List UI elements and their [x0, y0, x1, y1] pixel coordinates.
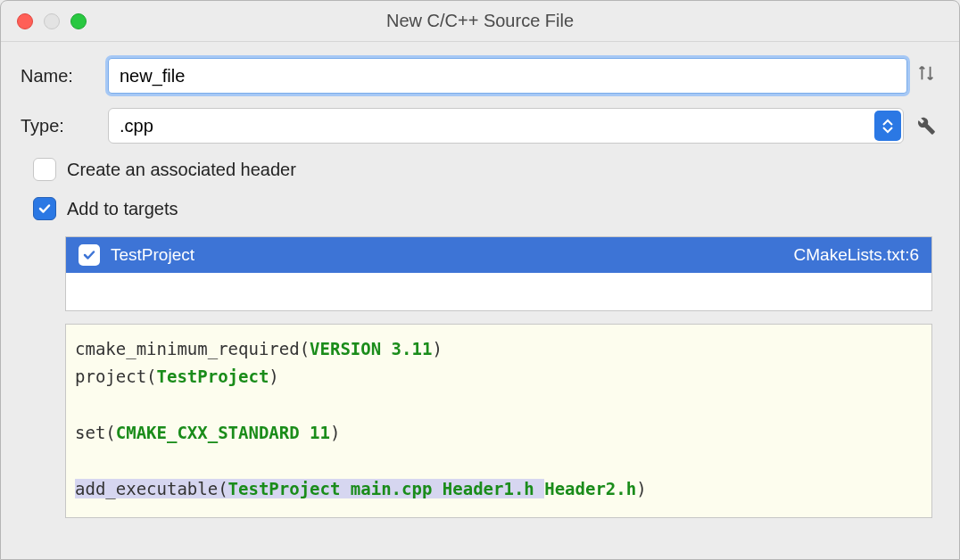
type-label: Type:: [21, 116, 108, 136]
create-header-label: Create an associated header: [67, 160, 296, 180]
code-line-3: set(CMAKE_CXX_STANDARD 11): [75, 423, 340, 442]
create-header-checkbox[interactable]: [33, 158, 56, 181]
target-checkbox[interactable]: [79, 244, 100, 266]
dialog-window: New C/C++ Source File Name: Type: .cpp: [0, 0, 960, 560]
type-row: Type: .cpp: [21, 108, 939, 144]
target-name: TestProject: [111, 245, 794, 265]
titlebar: New C/C++ Source File: [1, 1, 959, 42]
wrench-icon[interactable]: [909, 112, 939, 139]
target-file: CMakeLists.txt:6: [794, 245, 919, 265]
name-label: Name:: [21, 66, 108, 86]
code-line-2: project(TestProject): [75, 366, 279, 386]
type-select[interactable]: .cpp: [108, 108, 904, 144]
name-row: Name:: [21, 58, 939, 94]
window-title: New C/C++ Source File: [13, 11, 947, 31]
close-button[interactable]: [17, 13, 33, 29]
cmake-preview: cmake_minimum_required(VERSION 3.11) pro…: [65, 324, 932, 518]
dialog-content: Name: Type: .cpp: [1, 42, 959, 518]
create-header-row: Create an associated header: [33, 158, 939, 181]
type-value: .cpp: [120, 116, 153, 136]
code-line-4: add_executable(TestProject main.cpp Head…: [75, 479, 647, 498]
chevron-up-down-icon: [874, 111, 901, 141]
target-list: TestProject CMakeLists.txt:6: [65, 236, 932, 311]
sort-icon[interactable]: [913, 63, 939, 88]
add-targets-checkbox[interactable]: [33, 197, 56, 220]
add-targets-row: Add to targets: [33, 197, 939, 220]
minimize-button[interactable]: [44, 13, 60, 29]
targets-section: TestProject CMakeLists.txt:6 cmake_minim…: [65, 236, 932, 518]
target-row[interactable]: TestProject CMakeLists.txt:6: [66, 237, 931, 273]
zoom-button[interactable]: [70, 13, 87, 29]
window-controls: [17, 13, 87, 29]
name-input[interactable]: [108, 58, 907, 94]
add-targets-label: Add to targets: [67, 199, 178, 219]
code-line-1: cmake_minimum_required(VERSION 3.11): [75, 339, 443, 358]
